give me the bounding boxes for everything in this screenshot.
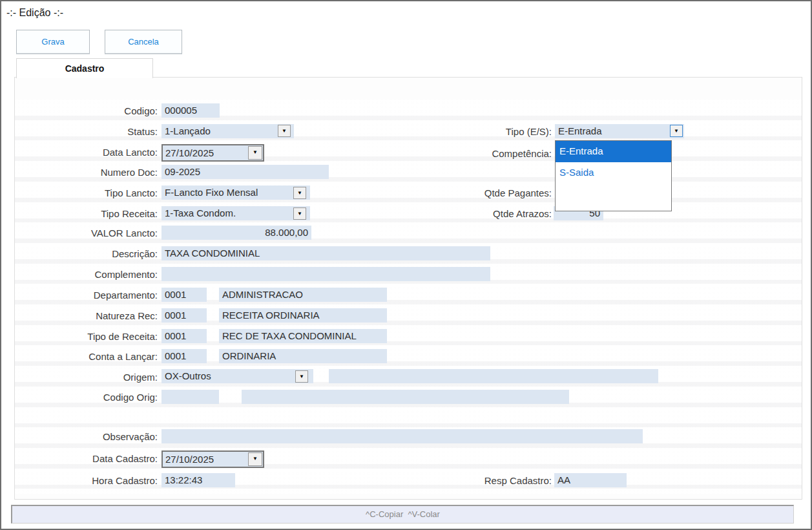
status-dropdown-arrow-icon[interactable]: ▼: [278, 125, 291, 137]
departamento-desc-field[interactable]: ADMINISTRACAO: [219, 288, 387, 302]
valor-lancto-field[interactable]: 88.000,00: [161, 226, 311, 240]
tipo-de-receita-label: Tipo de Receita:: [21, 330, 158, 343]
qtde-pagantes-label: Qtde Pagantes:: [415, 187, 552, 200]
descricao-label: Descrição:: [21, 248, 158, 260]
observacao-label: Observação:: [21, 430, 158, 443]
window-title: -:- Edição -:-: [6, 7, 63, 19]
tipo-receita-field[interactable]: 1-Taxa Condom.: [161, 206, 310, 220]
conta-a-lancar-desc-field[interactable]: ORDINARIA: [219, 349, 387, 363]
data-lancto-combobox[interactable]: 27/10/2025 ▼: [161, 144, 264, 162]
origem-extra-field[interactable]: [329, 369, 658, 383]
tipo-lancto-field[interactable]: F-Lancto Fixo Mensal: [161, 186, 310, 200]
tab-cadastro[interactable]: Cadastro: [16, 58, 153, 78]
numero-doc-label: Numero Doc:: [21, 166, 158, 179]
departamento-label: Departamento:: [21, 289, 158, 302]
codigo-label: Codigo:: [21, 105, 158, 118]
origem-label: Origem:: [21, 371, 158, 384]
tipo-receita-dropdown-arrow-icon[interactable]: ▼: [293, 207, 306, 220]
codigo-orig-desc-field[interactable]: [242, 390, 569, 404]
data-lancto-label: Data Lancto:: [21, 146, 158, 159]
tipo-de-receita-code-field[interactable]: 0001: [161, 329, 207, 343]
data-cadastro-combobox[interactable]: 27/10/2025 ▼: [161, 450, 264, 468]
origem-field[interactable]: OX-Outros: [161, 369, 313, 383]
resp-cadastro-field[interactable]: AA: [554, 473, 627, 487]
tipo-es-field[interactable]: E-Entrada: [555, 124, 684, 138]
status-field[interactable]: 1-Lançado: [161, 124, 294, 138]
status-label: Status:: [21, 125, 158, 138]
complemento-label: Complemento:: [21, 268, 158, 281]
statusbar: ^C-Copiar ^V-Colar: [11, 505, 794, 524]
natureza-rec-label: Natureza Rec:: [21, 310, 158, 323]
qtde-atrazos-label: Qtde Atrazos:: [415, 207, 552, 220]
complemento-field[interactable]: [161, 267, 490, 281]
competencia-label: Competência:: [415, 147, 552, 160]
numero-doc-field[interactable]: 09-2025: [161, 165, 329, 179]
data-cadastro-label: Data Cadastro:: [21, 452, 158, 465]
tipo-es-dropdown-arrow-icon[interactable]: ▼: [670, 125, 683, 137]
codigo-field[interactable]: 000005: [161, 103, 220, 118]
tipo-lancto-label: Tipo Lancto:: [21, 187, 158, 200]
data-cadastro-dropdown-arrow-icon[interactable]: ▼: [248, 452, 262, 466]
origem-dropdown-arrow-icon[interactable]: ▼: [295, 370, 308, 383]
tipo-es-option-s-saida[interactable]: S-Saida: [556, 162, 671, 182]
codigo-orig-label: Codigo Orig:: [21, 391, 158, 404]
edition-window: -:- Edição -:- Grava Cancela Cadastro Co…: [0, 0, 812, 530]
tipo-es-dropdown-popup: E-Entrada S-Saida: [555, 140, 672, 211]
departamento-code-field[interactable]: 0001: [161, 288, 207, 302]
codigo-orig-code-field[interactable]: [161, 390, 219, 404]
tipo-lancto-dropdown-arrow-icon[interactable]: ▼: [293, 187, 306, 199]
tipo-receita-label: Tipo Receita:: [21, 207, 158, 220]
hora-cadastro-label: Hora Cadastro:: [21, 474, 158, 487]
natureza-rec-code-field[interactable]: 0001: [161, 308, 207, 323]
grava-button[interactable]: Grava: [16, 30, 90, 54]
descricao-field[interactable]: TAXA CONDOMINIAL: [161, 246, 490, 260]
observacao-field[interactable]: [161, 429, 643, 443]
natureza-rec-desc-field[interactable]: RECEITA ORDINARIA: [219, 308, 387, 323]
data-lancto-dropdown-arrow-icon[interactable]: ▼: [248, 146, 262, 160]
data-cadastro-value: 27/10/2025: [163, 452, 248, 467]
resp-cadastro-label: Resp Cadastro:: [415, 474, 552, 487]
tipo-de-receita-desc-field[interactable]: REC DE TAXA CONDOMINIAL: [219, 329, 387, 343]
tipo-es-option-e-entrada[interactable]: E-Entrada: [556, 141, 671, 162]
conta-a-lancar-label: Conta a Lançar:: [21, 350, 158, 363]
tipo-es-label: Tipo (E/S):: [415, 125, 552, 138]
cancela-button[interactable]: Cancela: [105, 30, 182, 54]
conta-a-lancar-code-field[interactable]: 0001: [161, 349, 207, 363]
hora-cadastro-field[interactable]: 13:22:43: [161, 473, 235, 487]
data-lancto-value: 27/10/2025: [163, 145, 248, 160]
valor-lancto-label: VALOR Lancto:: [21, 227, 158, 240]
